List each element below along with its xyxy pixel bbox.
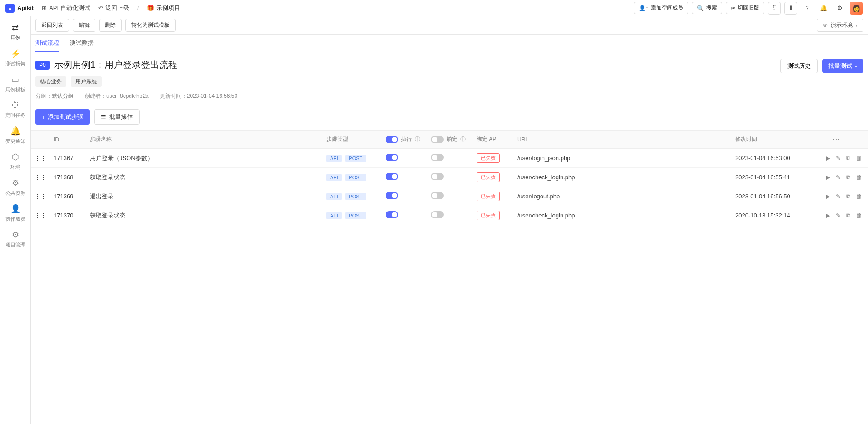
delete-icon[interactable]: 🗑 xyxy=(856,193,862,200)
play-icon[interactable]: ▶ xyxy=(826,155,830,162)
cell-bind: 已失效 xyxy=(473,206,514,225)
edit-icon[interactable]: ✎ xyxy=(836,212,841,219)
brand-logo[interactable]: ▲ Apikit xyxy=(5,4,34,13)
batch-test-button[interactable]: 批量测试 ▾ xyxy=(822,59,863,73)
api-pill: API xyxy=(326,212,342,219)
cell-id: 171369 xyxy=(50,187,86,206)
env-select[interactable]: 👁 演示环境 ▾ xyxy=(817,19,863,32)
undo-icon: ↶ xyxy=(98,5,103,11)
add-step-button[interactable]: + 添加测试步骤 xyxy=(35,109,90,125)
play-icon[interactable]: ▶ xyxy=(826,174,830,181)
sidebar-item-public[interactable]: ⚙ 公共资源 xyxy=(0,174,30,200)
cell-exec xyxy=(382,206,427,225)
delete-icon[interactable]: 🗑 xyxy=(856,155,862,162)
back-up[interactable]: ↶ 返回上级 xyxy=(98,4,129,12)
exec-all-toggle[interactable] xyxy=(386,136,398,143)
sidebar-label: 项目管理 xyxy=(5,242,25,248)
drag-handle[interactable]: ⋮⋮ xyxy=(31,206,50,225)
drag-handle[interactable]: ⋮⋮ xyxy=(31,187,50,206)
cube-icon: ⬡ xyxy=(12,152,19,162)
copy-icon[interactable]: ⧉ xyxy=(846,193,850,200)
exec-toggle[interactable] xyxy=(386,192,398,199)
status-badge: 已失效 xyxy=(477,192,500,201)
exec-toggle[interactable] xyxy=(386,154,398,161)
action-row: + 添加测试步骤 ☰ 批量操作 xyxy=(31,105,868,130)
edit-icon[interactable]: ✎ xyxy=(836,193,841,200)
cell-id: 171368 xyxy=(50,168,86,187)
play-icon[interactable]: ▶ xyxy=(826,212,830,219)
more-icon[interactable]: ⋯ xyxy=(833,136,840,143)
sidebar-label: 用例模板 xyxy=(5,86,25,93)
help-button[interactable]: ? xyxy=(801,2,813,15)
th-bind: 绑定 API xyxy=(473,131,514,149)
sidebar-item-schedule[interactable]: ⏱ 定时任务 xyxy=(0,97,30,122)
tag: 核心业务 xyxy=(35,76,66,87)
sidebar-label: 定时任务 xyxy=(5,112,25,119)
lock-toggle[interactable] xyxy=(431,154,444,161)
eye-icon: 👁 xyxy=(823,22,828,29)
gear-icon: ⚙ xyxy=(12,230,19,240)
sidebar-item-templates[interactable]: ▭ 用例模板 xyxy=(0,71,30,97)
delete-icon[interactable]: 🗑 xyxy=(856,174,862,181)
lock-toggle[interactable] xyxy=(431,192,444,199)
exec-toggle[interactable] xyxy=(386,211,398,218)
edit-icon[interactable]: ✎ xyxy=(836,155,841,162)
cell-url: /user/logout.php xyxy=(514,187,732,206)
history-button[interactable]: 测试历史 xyxy=(780,59,818,73)
steps-table: ID 步骤名称 步骤类型 执行 ⓘ 锁定 ⓘ xyxy=(31,130,868,225)
th-id: ID xyxy=(50,131,86,149)
grid-icon: ⊞ xyxy=(42,5,47,11)
search-button[interactable]: 🔍 搜索 xyxy=(692,2,722,14)
tab-flow[interactable]: 测试流程 xyxy=(35,35,59,52)
cell-url: /user/login_json.php xyxy=(514,149,732,168)
sidebar-item-project[interactable]: ⚙ 项目管理 xyxy=(0,226,30,252)
nav-auto-test[interactable]: ⊞ API 自动化测试 xyxy=(42,4,90,12)
breadcrumb-sep: / xyxy=(137,5,139,11)
calendar-button[interactable]: 🗓 xyxy=(768,2,781,15)
sidebar-item-env[interactable]: ⬡ 环境 xyxy=(0,148,30,174)
bulk-button[interactable]: ☰ 批量操作 xyxy=(94,109,140,125)
play-icon[interactable]: ▶ xyxy=(826,193,830,200)
avatar[interactable]: 👩 xyxy=(850,2,863,15)
sidebar-label: 协作成员 xyxy=(5,216,25,222)
tab-data[interactable]: 测试数据 xyxy=(70,35,94,52)
project-crumb[interactable]: 🎁 示例项目 xyxy=(147,4,180,12)
copy-icon[interactable]: ⧉ xyxy=(846,174,850,181)
post-pill: POST xyxy=(345,155,366,162)
meta-group: 分组：默认分组 xyxy=(35,92,74,100)
sidebar-label: 测试报告 xyxy=(5,61,25,67)
cell-lock xyxy=(427,206,473,225)
copy-icon[interactable]: ⧉ xyxy=(846,212,850,219)
header-right: 👤⁺ 添加空间成员 🔍 搜索 ✂ 切回旧版 🗓 ⬇ ? 🔔 ⚙ 👩 xyxy=(634,2,863,15)
notifications-button[interactable]: 🔔 xyxy=(817,2,830,15)
tag: 用户系统 xyxy=(71,76,102,87)
add-member-button[interactable]: 👤⁺ 添加空间成员 xyxy=(634,2,688,14)
title-section: P0 示例用例1：用户登录登出流程 测试历史 批量测试 ▾ 核心业务 用户系统 … xyxy=(31,52,868,105)
switch-old-button[interactable]: ✂ 切回旧版 xyxy=(726,2,764,14)
lock-all-toggle[interactable] xyxy=(431,136,444,143)
to-template-button[interactable]: 转化为测试模板 xyxy=(125,19,176,32)
sidebar-item-notify[interactable]: 🔔 变更通知 xyxy=(0,122,30,148)
settings-button[interactable]: ⚙ xyxy=(833,2,846,15)
templates-icon: ▭ xyxy=(11,75,19,85)
delete-icon[interactable]: 🗑 xyxy=(856,212,862,219)
cell-type: API POST xyxy=(323,187,382,206)
back-list-button[interactable]: 返回列表 xyxy=(35,19,69,32)
sidebar-item-cases[interactable]: ⇄ 用例 xyxy=(0,19,30,45)
drag-handle[interactable]: ⋮⋮ xyxy=(31,168,50,187)
delete-button[interactable]: 删除 xyxy=(99,19,122,32)
lock-toggle[interactable] xyxy=(431,173,444,180)
edit-button[interactable]: 编辑 xyxy=(73,19,95,32)
post-pill: POST xyxy=(345,212,366,219)
copy-icon[interactable]: ⧉ xyxy=(846,155,850,162)
drag-handle[interactable]: ⋮⋮ xyxy=(31,149,50,168)
sidebar-item-members[interactable]: 👤 协作成员 xyxy=(0,200,30,226)
download-button[interactable]: ⬇ xyxy=(784,2,797,15)
meta-updated: 更新时间：2023-01-04 16:56:50 xyxy=(160,92,237,100)
edit-icon[interactable]: ✎ xyxy=(836,174,841,181)
sidebar-item-reports[interactable]: ⚡ 测试报告 xyxy=(0,45,30,71)
env-label: 演示环境 xyxy=(831,21,853,29)
cell-lock xyxy=(427,149,473,168)
lock-toggle[interactable] xyxy=(431,211,444,218)
exec-toggle[interactable] xyxy=(386,173,398,180)
